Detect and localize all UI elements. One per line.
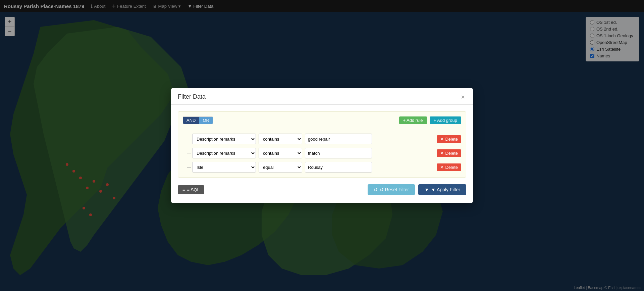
modal-body: AND OR + Add rule + Add group — Descript… (171, 105, 473, 203)
sql-button[interactable]: ≡ ≡ SQL (178, 185, 204, 194)
rule3-connector: — (187, 165, 190, 169)
filter-modal: Filter Data × AND OR + Add rule + Add gr… (171, 88, 473, 203)
database-icon: ≡ (182, 187, 185, 192)
rules-top-row: AND OR + Add rule + Add group (183, 116, 461, 129)
rule2-value-input[interactable] (305, 148, 372, 158)
rule3-delete-icon: ✕ (440, 165, 444, 170)
rule3-value-input[interactable] (305, 162, 372, 173)
rule1-delete-button[interactable]: ✕ Delete (437, 135, 461, 143)
rule1-delete-icon: ✕ (440, 137, 444, 142)
rule2-delete-icon: ✕ (440, 151, 444, 156)
modal-title: Filter Data (178, 93, 206, 100)
filter-rule-2: — Description remarks Isle Name Parish T… (183, 148, 461, 158)
filter-area: AND OR + Add rule + Add group — Descript… (178, 111, 466, 178)
modal-header: Filter Data × (171, 88, 473, 105)
rule1-operator-select[interactable]: contains equal not equal starts with end… (259, 134, 302, 144)
modal-footer: ≡ ≡ SQL ↺ ↺ Reset Filter ▼ ▼ Apply Filte… (178, 183, 466, 196)
rule2-delete-button[interactable]: ✕ Delete (437, 149, 461, 157)
rule3-field-select[interactable]: Description remarks Isle Name Parish Typ… (192, 162, 256, 173)
rule1-field-select[interactable]: Description remarks Isle Name Parish Typ… (192, 134, 256, 144)
add-buttons: + Add rule + Add group (399, 116, 461, 124)
footer-right-buttons: ↺ ↺ Reset Filter ▼ ▼ Apply Filter (368, 184, 466, 195)
apply-icon: ▼ (424, 187, 429, 192)
apply-filter-button[interactable]: ▼ ▼ Apply Filter (418, 184, 466, 195)
filter-rule-1: — Description remarks Isle Name Parish T… (183, 134, 461, 144)
add-group-button[interactable]: + Add group (430, 116, 461, 124)
rule3-operator-select[interactable]: contains equal not equal starts with end… (259, 162, 302, 173)
modal-close-button[interactable]: × (460, 94, 466, 100)
rule1-value-input[interactable] (305, 134, 372, 144)
rule2-operator-select[interactable]: contains equal not equal starts with end… (259, 148, 302, 158)
logic-buttons: AND OR (183, 116, 213, 124)
rule2-field-select[interactable]: Description remarks Isle Name Parish Typ… (192, 148, 256, 158)
rule1-connector: — (187, 137, 190, 141)
and-button[interactable]: AND (183, 116, 199, 124)
reset-icon: ↺ (374, 187, 378, 192)
or-button[interactable]: OR (199, 116, 213, 124)
reset-filter-button[interactable]: ↺ ↺ Reset Filter (368, 184, 415, 195)
filter-rule-3: — Description remarks Isle Name Parish T… (183, 162, 461, 173)
rule2-connector: — (187, 151, 190, 155)
modal-overlay: Filter Data × AND OR + Add rule + Add gr… (0, 0, 644, 291)
rule3-delete-button[interactable]: ✕ Delete (437, 163, 461, 171)
add-rule-button[interactable]: + Add rule (399, 116, 427, 124)
